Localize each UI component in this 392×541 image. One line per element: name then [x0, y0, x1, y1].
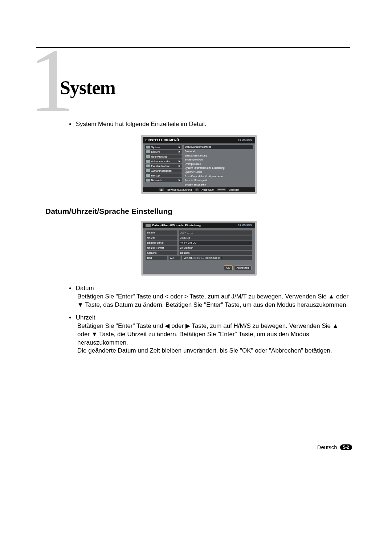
submenu-datetime[interactable]: Datum/Uhrzeit/Sprache [184, 145, 253, 149]
submenu-syslog[interactable]: Systemprotokoll [184, 158, 253, 162]
record-icon [146, 160, 150, 163]
item-title-time: Uhrzeit [76, 314, 95, 322]
schedule-icon [146, 169, 150, 172]
menu-right-list: Datum/Uhrzeit/Sprache Passwort Standarde… [184, 145, 253, 187]
item-title-date: Datum [76, 284, 94, 293]
submenu-storage[interactable]: Speicher-Setup [184, 170, 253, 174]
panel-icon [146, 224, 151, 227]
settings-menu-screenshot: EINSTELLUNG MENÜ SAMSUNG System▶ Kamera▶… [141, 135, 257, 194]
menu-item-event-record[interactable]: Event Aufnahme▶ [145, 164, 182, 168]
panel-title: Datum/Uhrzeit/Sprache Einstellung [152, 224, 201, 227]
camera-icon [146, 150, 150, 153]
intro-text: System Menü hat folgende Einzelteile im … [76, 121, 207, 128]
submenu-sysinfo[interactable]: System Information und Einstellung [184, 166, 253, 170]
label-dst: DST [146, 256, 167, 260]
menu-item-record-mode[interactable]: Aufnahmemodus▶ [145, 159, 182, 163]
network-icon [146, 179, 150, 182]
menu-item-monitoring[interactable]: Überwachung [145, 154, 182, 159]
menu-title: EINSTELLUNG MENÜ [146, 138, 179, 142]
submenu-password[interactable]: Passwort [184, 150, 253, 153]
bullet-icon [69, 314, 72, 322]
menu-footer-hints: ◀▶Bewegung/Steuerung ↵Auserwählt MENUBee… [143, 187, 255, 192]
submenu-config-io[interactable]: Export/Import der Konfigurationen [184, 175, 253, 178]
enter-key-icon: ↵ [195, 188, 199, 191]
value-language[interactable]: Deutsch [179, 251, 252, 255]
bullet-icon [69, 284, 72, 293]
label-date-format: Datum Format [146, 240, 177, 245]
ok-button[interactable]: OK [224, 265, 233, 270]
value-date-format[interactable]: YYYY-MM-DD [179, 240, 252, 245]
value-time[interactable]: 22:13:38 [179, 235, 252, 240]
item-body-time: Betätigen Sie "Enter" Taste und ◀ oder ▶… [77, 322, 352, 355]
submenu-eventlog[interactable]: Eventprotokoll [184, 162, 253, 166]
menu-item-schedule[interactable]: Aufnahmezeitplan [145, 168, 182, 173]
menu-item-camera[interactable]: Kamera▶ [145, 150, 182, 154]
chevron-right-icon: ▶ [179, 164, 180, 167]
dpad-icon: ◀▶ [159, 188, 164, 191]
value-time-format[interactable]: 24 Stunden [179, 245, 252, 250]
chevron-right-icon: ▶ [179, 146, 180, 149]
menu-item-backup[interactable]: Backup [145, 173, 182, 178]
chapter-header: 1 System [45, 48, 352, 117]
cancel-button[interactable]: Abbrechen [234, 265, 252, 270]
submenu-shutdown[interactable]: System abschalten [184, 183, 253, 187]
value-dst-state[interactable]: Aus [168, 256, 181, 260]
chevron-right-icon: ▶ [179, 150, 180, 153]
footer-language: Deutsch [317, 444, 337, 450]
menu-item-system[interactable]: System▶ [145, 145, 182, 149]
menu-key-icon: MENU [217, 188, 226, 191]
chevron-right-icon: ▶ [179, 160, 180, 163]
datetime-panel-screenshot: Datum/Uhrzeit/Sprache Einstellung SAMSUN… [141, 221, 257, 276]
chapter-title: System [60, 77, 115, 98]
chevron-right-icon: ▶ [179, 179, 180, 182]
submenu-default[interactable]: Standardeinstellung [184, 154, 253, 158]
intro-paragraph: System Menü hat folgende Einzelteile im … [69, 121, 352, 128]
monitor-icon [146, 155, 150, 158]
label-time: Uhrzeit [146, 235, 177, 240]
page-footer: Deutsch 5-2 [317, 444, 352, 450]
label-time-format: Uhrzeit Format [146, 245, 177, 250]
submenu-remote[interactable]: Remote Steuergerät [184, 179, 253, 182]
section-heading: Datum/Uhrzeit/Sprache Einstellung [45, 207, 352, 216]
system-icon [146, 146, 150, 149]
value-dst-range[interactable]: Mrz-ltzt-SO 01H – Okt ltzt-SO 01H [182, 256, 252, 260]
backup-icon [146, 174, 150, 177]
brand-logo: SAMSUNG [238, 224, 252, 227]
label-language: Sprache [146, 251, 177, 255]
instruction-list: Datum Betätigen Sie "Enter" Taste und < … [69, 284, 352, 355]
brand-logo: SAMSUNG [238, 139, 252, 142]
event-icon [146, 164, 150, 167]
value-date[interactable]: 2007-01-15 [179, 230, 252, 235]
label-date: Datum [146, 230, 177, 235]
menu-left-list: System▶ Kamera▶ Überwachung Aufnahmemodu… [145, 145, 182, 187]
footer-page-number: 5-2 [340, 444, 352, 450]
menu-item-network[interactable]: Netzwerk▶ [145, 178, 182, 182]
item-body-date: Betätigen Sie "Enter" Taste und < oder >… [77, 293, 352, 309]
